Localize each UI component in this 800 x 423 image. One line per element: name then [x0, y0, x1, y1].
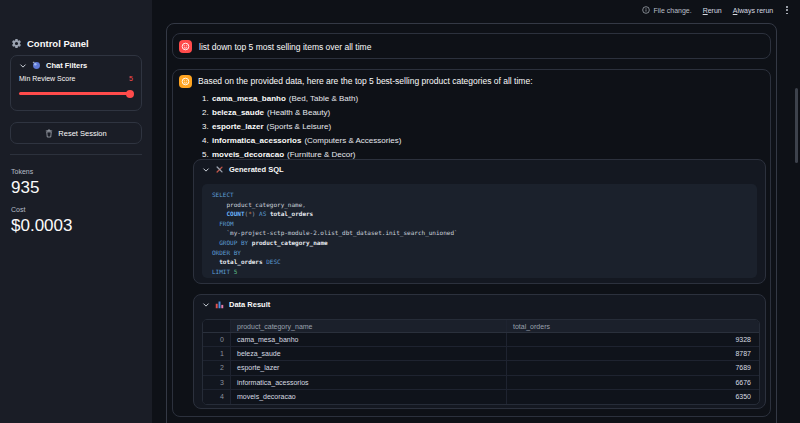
- chevron-down-icon: [202, 167, 210, 173]
- category-cell: moveis_decoracao: [231, 390, 507, 404]
- cost-metric: Cost $0.0003: [11, 206, 72, 236]
- data-result-expander: Data Result product_category_nametotal_o…: [193, 294, 766, 409]
- code-line: `my-project-sctp-module-2.olist_dbt_data…: [212, 228, 747, 238]
- code-line: LIMIT 5: [212, 267, 747, 277]
- table-row: 2esporte_lazer7689: [203, 361, 759, 375]
- row-index-cell: 2: [203, 361, 231, 374]
- app-screen: Control Panel Chat Filters Min Review Sc…: [0, 0, 800, 423]
- sql-code-block: SELECT product_category_name, COUNT(*) A…: [202, 184, 757, 278]
- list-item: 4.informatica_acessorios(Computers & Acc…: [202, 133, 401, 147]
- code-line: FROM: [212, 219, 747, 229]
- bar-chart-icon: [215, 300, 224, 309]
- min-review-score-block: Min Review Score 5: [11, 73, 141, 95]
- column-header: total_orders: [507, 320, 759, 332]
- min-review-slider[interactable]: [19, 92, 133, 95]
- chat-container: list down top 5 most selling items over …: [166, 23, 777, 423]
- hammer-wrench-icon: [215, 165, 224, 174]
- data-result-label: Data Result: [229, 300, 270, 309]
- code-line: product_category_name,: [212, 200, 747, 210]
- slider-label: Min Review Score: [19, 75, 133, 82]
- sidebar: Control Panel Chat Filters Min Review Sc…: [0, 0, 152, 423]
- table-row: 3informatica_acessorios6676: [203, 376, 759, 390]
- info-icon: [642, 6, 650, 14]
- cost-value: $0.0003: [11, 216, 72, 236]
- table-row: 4moveis_decoracao6350: [203, 390, 759, 404]
- total-orders-cell: 6676: [507, 376, 759, 389]
- sql-code: SELECT product_category_name, COUNT(*) A…: [212, 190, 747, 276]
- tokens-label: Tokens: [11, 168, 39, 175]
- cost-label: Cost: [11, 206, 72, 213]
- table-row: 1beleza_saude8787: [203, 347, 759, 361]
- total-orders-cell: 6350: [507, 390, 759, 404]
- always-rerun-button[interactable]: Always rerun: [733, 7, 773, 14]
- chevron-down-icon: [19, 63, 27, 69]
- gear-icon: [11, 38, 22, 49]
- total-orders-cell: 7689: [507, 361, 759, 374]
- top-toolbar: File change. Rerun Always rerun: [642, 5, 790, 15]
- crystal-ball-icon: [32, 61, 41, 70]
- row-index-cell: 3: [203, 376, 231, 389]
- tokens-value: 935: [11, 178, 39, 198]
- slider-value: 5: [129, 75, 133, 82]
- generated-sql-header[interactable]: Generated SQL: [194, 160, 765, 179]
- sidebar-title: Control Panel: [27, 38, 89, 49]
- code-line: total_orders DESC: [212, 257, 747, 267]
- user-message-text: list down top 5 most selling items over …: [199, 34, 371, 60]
- sidebar-divider: [10, 154, 142, 155]
- list-item: 3.esporte_lazer(Sports & Leisure): [202, 119, 401, 133]
- scrollbar[interactable]: [795, 88, 798, 163]
- slider-thumb[interactable]: [126, 90, 134, 98]
- sidebar-title-row: Control Panel: [11, 38, 89, 49]
- table-row: 0cama_mesa_banho9328: [203, 333, 759, 347]
- total-orders-cell: 9328: [507, 333, 759, 346]
- rerun-button[interactable]: Rerun: [703, 7, 722, 14]
- row-index-cell: 0: [203, 333, 231, 346]
- overflow-menu-icon[interactable]: [784, 5, 790, 15]
- column-header: product_category_name: [231, 320, 507, 332]
- list-item: 2.beleza_saude(Health & Beauty): [202, 105, 401, 119]
- code-line: COUNT(*) AS total_orders: [212, 209, 747, 219]
- index-header-cell: [203, 320, 231, 332]
- row-index-cell: 1: [203, 347, 231, 360]
- total-orders-cell: 8787: [507, 347, 759, 360]
- tokens-metric: Tokens 935: [11, 168, 39, 198]
- reset-session-button[interactable]: Reset Session: [10, 122, 142, 144]
- code-line: ORDER BY: [212, 248, 747, 258]
- result-table[interactable]: product_category_nametotal_orders0cama_m…: [202, 319, 760, 405]
- table-header-row: product_category_nametotal_orders: [203, 320, 759, 333]
- generated-sql-label: Generated SQL: [229, 165, 284, 174]
- chat-filters-expander: Chat Filters Min Review Score 5: [10, 55, 142, 111]
- trash-icon: [45, 129, 53, 138]
- code-line: SELECT: [212, 190, 747, 200]
- assistant-face-icon: [181, 77, 190, 86]
- chevron-down-icon: [202, 302, 210, 308]
- assistant-message: Based on the provided data, here are the…: [172, 69, 771, 417]
- category-list: 1.cama_mesa_banho(Bed, Table & Bath)2.be…: [202, 91, 401, 161]
- chat-filters-header[interactable]: Chat Filters: [11, 56, 141, 73]
- user-message: list down top 5 most selling items over …: [172, 33, 771, 59]
- category-cell: cama_mesa_banho: [231, 333, 507, 346]
- generated-sql-expander: Generated SQL SELECT product_category_na…: [193, 159, 766, 284]
- user-avatar: [179, 40, 192, 53]
- category-cell: informatica_acessorios: [231, 376, 507, 389]
- file-change-text: File change.: [654, 7, 692, 14]
- category-cell: esporte_lazer: [231, 361, 507, 374]
- assistant-intro-text: Based on the provided data, here are the…: [198, 76, 533, 86]
- chat-filters-label: Chat Filters: [46, 61, 87, 70]
- category-cell: beleza_saude: [231, 347, 507, 360]
- assistant-avatar: [179, 75, 192, 88]
- row-index-cell: 4: [203, 390, 231, 404]
- data-result-header[interactable]: Data Result: [194, 295, 765, 314]
- user-face-icon: [181, 42, 190, 51]
- list-item: 1.cama_mesa_banho(Bed, Table & Bath): [202, 91, 401, 105]
- file-change-status: File change.: [642, 6, 692, 14]
- code-line: GROUP BY product_category_name: [212, 238, 747, 248]
- reset-session-label: Reset Session: [58, 129, 106, 138]
